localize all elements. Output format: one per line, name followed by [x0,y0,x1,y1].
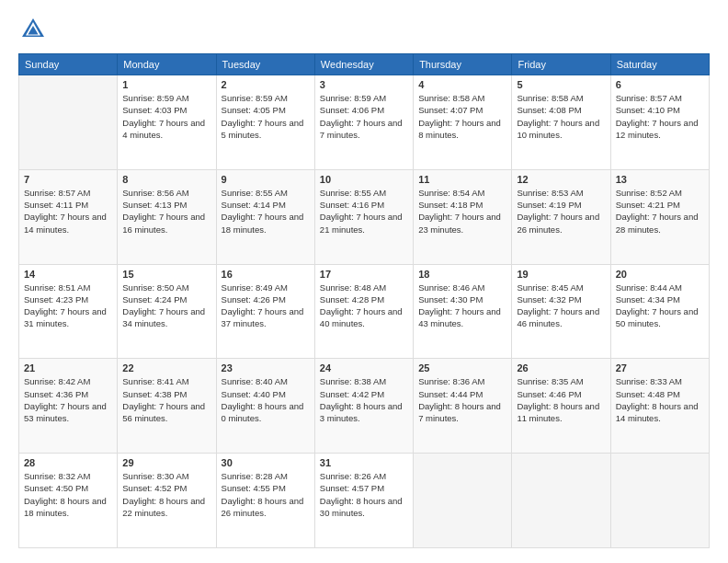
day-info: Sunrise: 8:41 AMSunset: 4:38 PMDaylight:… [122,375,210,424]
calendar-cell: 28Sunrise: 8:32 AMSunset: 4:50 PMDayligh… [19,454,118,548]
calendar-cell [19,75,118,170]
day-number: 20 [616,269,704,280]
day-info: Sunrise: 8:59 AMSunset: 4:03 PMDaylight:… [122,92,210,141]
calendar-cell: 23Sunrise: 8:40 AMSunset: 4:40 PMDayligh… [216,359,314,454]
day-number: 17 [320,269,408,280]
day-info: Sunrise: 8:35 AMSunset: 4:46 PMDaylight:… [517,375,605,424]
page: SundayMondayTuesdayWednesdayThursdayFrid… [0,0,728,563]
day-number: 10 [320,174,408,185]
day-number: 22 [122,362,210,373]
calendar-week-2: 7Sunrise: 8:57 AMSunset: 4:11 PMDaylight… [19,169,710,264]
calendar-cell: 3Sunrise: 8:59 AMSunset: 4:06 PMDaylight… [314,75,413,170]
calendar-cell [414,454,512,548]
calendar-cell: 8Sunrise: 8:56 AMSunset: 4:13 PMDaylight… [118,169,216,264]
day-number: 19 [517,269,605,280]
calendar-cell: 17Sunrise: 8:48 AMSunset: 4:28 PMDayligh… [314,264,413,359]
day-number: 21 [24,362,112,373]
header [18,15,710,44]
day-info: Sunrise: 8:48 AMSunset: 4:28 PMDaylight:… [320,282,408,330]
calendar-body: 1Sunrise: 8:59 AMSunset: 4:03 PMDaylight… [19,75,710,548]
day-info: Sunrise: 8:51 AMSunset: 4:23 PMDaylight:… [24,282,112,330]
logo [18,15,51,44]
calendar-cell: 20Sunrise: 8:44 AMSunset: 4:34 PMDayligh… [610,264,709,359]
day-number: 14 [24,269,112,280]
day-number: 18 [418,269,506,280]
day-number: 30 [222,457,310,468]
day-number: 6 [616,79,704,90]
calendar: SundayMondayTuesdayWednesdayThursdayFrid… [18,53,710,548]
day-number: 4 [418,79,506,90]
calendar-header-row: SundayMondayTuesdayWednesdayThursdayFrid… [19,54,710,75]
calendar-cell: 16Sunrise: 8:49 AMSunset: 4:26 PMDayligh… [216,264,314,359]
day-info: Sunrise: 8:55 AMSunset: 4:14 PMDaylight:… [222,187,310,236]
day-info: Sunrise: 8:49 AMSunset: 4:26 PMDaylight:… [222,282,310,330]
day-info: Sunrise: 8:59 AMSunset: 4:06 PMDaylight:… [320,92,408,141]
calendar-cell: 9Sunrise: 8:55 AMSunset: 4:14 PMDaylight… [216,169,314,264]
day-info: Sunrise: 8:54 AMSunset: 4:18 PMDaylight:… [418,187,506,236]
day-number: 27 [616,362,704,373]
day-info: Sunrise: 8:52 AMSunset: 4:21 PMDaylight:… [616,187,704,236]
day-info: Sunrise: 8:55 AMSunset: 4:16 PMDaylight:… [320,187,408,236]
day-number: 23 [222,362,310,373]
calendar-cell: 21Sunrise: 8:42 AMSunset: 4:36 PMDayligh… [19,359,118,454]
day-number: 24 [320,362,408,373]
calendar-cell: 11Sunrise: 8:54 AMSunset: 4:18 PMDayligh… [414,169,512,264]
day-info: Sunrise: 8:44 AMSunset: 4:34 PMDaylight:… [616,282,704,330]
day-info: Sunrise: 8:38 AMSunset: 4:42 PMDaylight:… [320,375,408,424]
calendar-cell: 31Sunrise: 8:26 AMSunset: 4:57 PMDayligh… [314,454,413,548]
calendar-week-3: 14Sunrise: 8:51 AMSunset: 4:23 PMDayligh… [19,264,710,359]
day-number: 31 [320,457,408,468]
calendar-cell: 12Sunrise: 8:53 AMSunset: 4:19 PMDayligh… [512,169,610,264]
calendar-cell: 15Sunrise: 8:50 AMSunset: 4:24 PMDayligh… [118,264,216,359]
day-number: 12 [517,174,605,185]
day-info: Sunrise: 8:58 AMSunset: 4:07 PMDaylight:… [418,92,506,141]
day-number: 29 [122,457,210,468]
calendar-week-5: 28Sunrise: 8:32 AMSunset: 4:50 PMDayligh… [19,454,710,548]
column-header-monday: Monday [118,54,216,75]
day-info: Sunrise: 8:33 AMSunset: 4:48 PMDaylight:… [616,375,704,424]
calendar-cell: 4Sunrise: 8:58 AMSunset: 4:07 PMDaylight… [414,75,512,170]
column-header-sunday: Sunday [19,54,118,75]
day-info: Sunrise: 8:36 AMSunset: 4:44 PMDaylight:… [418,375,506,424]
day-info: Sunrise: 8:50 AMSunset: 4:24 PMDaylight:… [122,282,210,330]
day-info: Sunrise: 8:53 AMSunset: 4:19 PMDaylight:… [517,187,605,236]
column-header-tuesday: Tuesday [216,54,314,75]
calendar-cell: 6Sunrise: 8:57 AMSunset: 4:10 PMDaylight… [610,75,709,170]
day-info: Sunrise: 8:46 AMSunset: 4:30 PMDaylight:… [418,282,506,330]
day-number: 7 [24,174,112,185]
calendar-cell: 13Sunrise: 8:52 AMSunset: 4:21 PMDayligh… [610,169,709,264]
calendar-cell: 19Sunrise: 8:45 AMSunset: 4:32 PMDayligh… [512,264,610,359]
calendar-cell [512,454,610,548]
calendar-cell [610,454,709,548]
day-info: Sunrise: 8:59 AMSunset: 4:05 PMDaylight:… [222,92,310,141]
calendar-cell: 5Sunrise: 8:58 AMSunset: 4:08 PMDaylight… [512,75,610,170]
day-number: 28 [24,457,112,468]
day-info: Sunrise: 8:57 AMSunset: 4:11 PMDaylight:… [24,187,112,236]
day-info: Sunrise: 8:32 AMSunset: 4:50 PMDaylight:… [24,470,112,519]
day-info: Sunrise: 8:45 AMSunset: 4:32 PMDaylight:… [517,282,605,330]
logo-icon [18,15,48,44]
day-number: 16 [222,269,310,280]
calendar-cell: 14Sunrise: 8:51 AMSunset: 4:23 PMDayligh… [19,264,118,359]
calendar-week-1: 1Sunrise: 8:59 AMSunset: 4:03 PMDaylight… [19,75,710,170]
calendar-week-4: 21Sunrise: 8:42 AMSunset: 4:36 PMDayligh… [19,359,710,454]
day-number: 1 [122,79,210,90]
column-header-wednesday: Wednesday [314,54,413,75]
day-number: 26 [517,362,605,373]
column-header-thursday: Thursday [414,54,512,75]
day-info: Sunrise: 8:57 AMSunset: 4:10 PMDaylight:… [616,92,704,141]
calendar-cell: 25Sunrise: 8:36 AMSunset: 4:44 PMDayligh… [414,359,512,454]
day-info: Sunrise: 8:28 AMSunset: 4:55 PMDaylight:… [222,470,310,519]
day-number: 11 [418,174,506,185]
day-number: 3 [320,79,408,90]
day-number: 8 [122,174,210,185]
calendar-cell: 10Sunrise: 8:55 AMSunset: 4:16 PMDayligh… [314,169,413,264]
day-info: Sunrise: 8:40 AMSunset: 4:40 PMDaylight:… [222,375,310,424]
column-header-friday: Friday [512,54,610,75]
calendar-cell: 1Sunrise: 8:59 AMSunset: 4:03 PMDaylight… [118,75,216,170]
day-info: Sunrise: 8:30 AMSunset: 4:52 PMDaylight:… [122,470,210,519]
day-number: 2 [222,79,310,90]
calendar-cell: 26Sunrise: 8:35 AMSunset: 4:46 PMDayligh… [512,359,610,454]
day-info: Sunrise: 8:56 AMSunset: 4:13 PMDaylight:… [122,187,210,236]
calendar-cell: 27Sunrise: 8:33 AMSunset: 4:48 PMDayligh… [610,359,709,454]
